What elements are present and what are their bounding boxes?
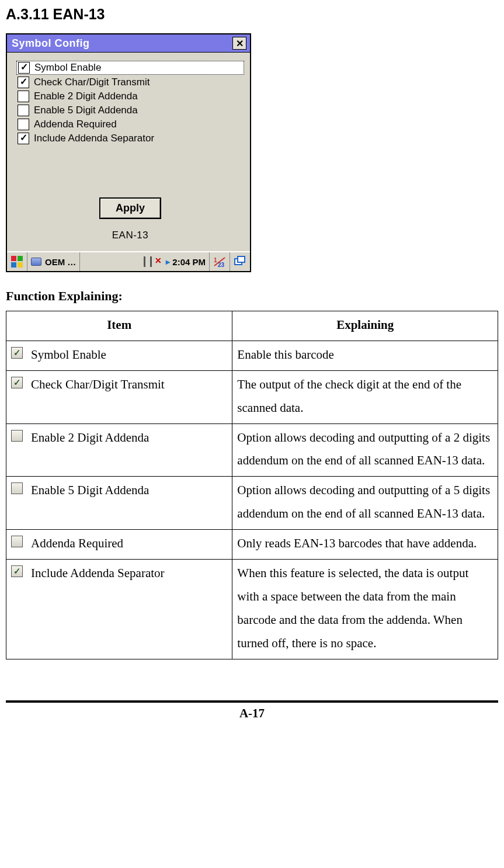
item-cell: ✓Include Addenda Separator [6,560,232,659]
item-label: Addenda Required [31,532,123,555]
oem-app-icon [31,258,41,266]
power-icon [144,256,152,267]
item-label: Symbol Enable [31,343,106,367]
item-cell: Addenda Required [6,530,232,560]
system-tray[interactable]: ▸ 2:04 PM [80,252,210,271]
cascade-windows-icon [234,255,246,268]
option-row[interactable]: Enable 5 Digit Addenda [16,104,244,117]
footer-rule [6,700,498,703]
explain-cell: The output of the check digit at the end… [232,370,498,423]
function-table: Item Explaining ✓Symbol EnableEnable thi… [6,311,498,659]
explain-cell: When this feature is selected, the data … [232,560,498,659]
checkbox-icon: ✓ [11,347,23,359]
svg-rect-0 [11,256,16,261]
item-label: Enable 5 Digit Addenda [31,479,149,502]
window-client-area: ✓Symbol Enable✓Check Char/Digit Transmit… [7,53,250,251]
option-label: Enable 5 Digit Addenda [34,105,138,116]
checkbox-icon[interactable] [18,91,29,102]
checkbox-icon[interactable] [18,105,29,116]
option-label: Enable 2 Digit Addenda [34,91,138,102]
option-row[interactable]: Addenda Required [16,118,244,131]
explain-cell: Only reads EAN-13 barcodes that have add… [232,530,498,560]
symbology-caption: EAN-13 [16,230,244,241]
checkbox-icon[interactable] [18,119,29,130]
tray-indicator-icon: ▸ [166,257,170,266]
svg-rect-2 [11,262,16,268]
option-label: Check Char/Digit Transmit [34,77,150,88]
option-label: Symbol Enable [34,62,101,74]
explain-cell: Option allows decoding and outputting of… [232,423,498,477]
item-cell: ✓Check Char/Digit Transmit [6,370,232,423]
desktop-button[interactable] [230,252,250,271]
page-number: A-17 [6,706,498,721]
checkbox-icon[interactable]: ✓ [18,62,30,74]
close-icon[interactable]: ✕ [232,37,246,50]
option-row[interactable]: ✓Check Char/Digit Transmit [16,76,244,89]
option-label: Addenda Required [34,119,117,130]
table-row: ✓Include Addenda SeparatorWhen this feat… [6,560,498,659]
item-label: Check Char/Digit Transmit [31,373,165,397]
table-row: ✓Symbol EnableEnable this barcode [6,341,498,370]
item-label: Include Addenda Separator [31,562,165,585]
table-row: Addenda RequiredOnly reads EAN-13 barcod… [6,530,498,560]
taskbar-oem-button[interactable]: OEM … [27,252,80,271]
table-row: Enable 5 Digit AddendaOption allows deco… [6,477,498,530]
function-explaining-heading: Function Explaining: [6,289,498,304]
explain-cell: Option allows decoding and outputting of… [232,477,498,530]
symbol-config-window: Symbol Config ✕ ✓Symbol Enable✓Check Cha… [6,33,251,272]
option-label: Include Addenda Separator [34,133,154,144]
table-header-explaining: Explaining [232,311,498,341]
item-label: Enable 2 Digit Addenda [31,426,149,450]
sip-button[interactable]: 1 23 [210,252,230,271]
checkbox-icon [11,536,23,547]
explain-cell: Enable this barcode [232,341,498,370]
checkbox-icon [11,430,23,442]
checkbox-icon [11,482,23,494]
option-row[interactable]: ✓Symbol Enable [16,61,244,75]
checkbox-icon: ✓ [11,565,23,577]
svg-rect-1 [18,256,23,261]
taskbar: OEM … ▸ 2:04 PM 1 23 [7,251,250,271]
item-cell: ✓Symbol Enable [6,341,232,370]
keyboard-icon: 1 23 [213,255,226,268]
table-row: Enable 2 Digit AddendaOption allows deco… [6,423,498,477]
svg-rect-3 [18,262,23,268]
window-titlebar: Symbol Config ✕ [7,34,250,53]
checkbox-icon: ✓ [11,377,23,388]
section-heading: A.3.11 EAN-13 [6,6,498,23]
table-row: ✓Check Char/Digit TransmitThe output of … [6,370,498,423]
svg-rect-8 [238,256,245,262]
network-disconnected-icon [154,257,164,266]
checkbox-icon[interactable]: ✓ [18,133,29,144]
apply-button[interactable]: Apply [99,197,161,219]
taskbar-oem-label: OEM … [45,257,76,267]
checkbox-icon[interactable]: ✓ [18,77,29,88]
svg-text:1: 1 [214,257,217,263]
window-title: Symbol Config [12,37,90,50]
taskbar-clock: 2:04 PM [172,257,206,267]
option-row[interactable]: ✓Include Addenda Separator [16,132,244,145]
item-cell: Enable 5 Digit Addenda [6,477,232,530]
table-header-item: Item [6,311,232,341]
start-button[interactable] [7,252,27,271]
item-cell: Enable 2 Digit Addenda [6,423,232,477]
windows-logo-icon [11,255,23,268]
option-row[interactable]: Enable 2 Digit Addenda [16,90,244,103]
